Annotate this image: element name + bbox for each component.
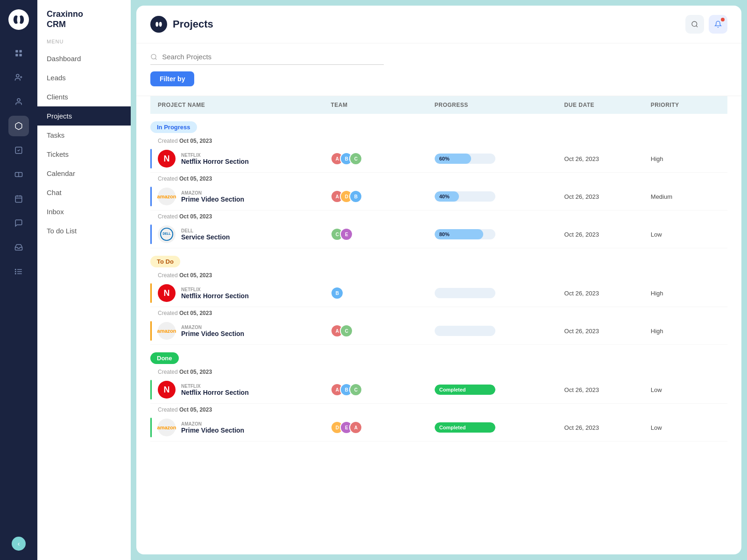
sidebar: ‹ [0, 0, 37, 560]
crm-title: Craxinno CRM [37, 9, 131, 39]
project-name: Netflix Horror Section [181, 389, 249, 396]
nav-item-tasks[interactable]: Tasks [37, 126, 131, 145]
nav-label-leads: Leads [47, 74, 66, 82]
user-icon[interactable] [8, 91, 29, 112]
main-content: Projects Filter by PROJECT NAME TEAM PRO… [136, 6, 741, 554]
list-icon[interactable] [8, 261, 29, 282]
section-badge-inprogress: In Progress [150, 121, 197, 133]
svg-point-21 [15, 271, 16, 272]
add-user-icon[interactable] [8, 67, 29, 88]
section-inprogress: In Progress Created Oct 05, 2023 N NETFL… [150, 114, 727, 248]
nav-item-calendar[interactable]: Calendar [37, 164, 131, 183]
ticket-icon[interactable] [8, 164, 29, 185]
app-logo[interactable] [8, 9, 29, 30]
priority: Low [651, 231, 720, 238]
page-title: Projects [173, 18, 213, 30]
nav-item-clients[interactable]: Clients [37, 87, 131, 106]
box-icon[interactable] [8, 116, 29, 136]
table-row[interactable]: N NETFLIX Netflix Horror Section A B C C… [150, 376, 727, 404]
section-done: Done Created Oct 05, 2023 N NETFLIX Netf… [150, 345, 727, 441]
nav-item-inbox[interactable]: Inbox [37, 202, 131, 221]
search-input[interactable] [162, 53, 384, 61]
nav-label-tickets: Tickets [47, 150, 69, 158]
nav-label-calendar: Calendar [47, 169, 75, 177]
svg-point-27 [151, 54, 156, 59]
notification-button[interactable] [709, 15, 727, 34]
table-row[interactable]: N NETFLIX Netflix Horror Section A B C 6… [150, 145, 727, 173]
grid-icon[interactable] [8, 43, 29, 63]
table-row[interactable]: DELL DELL Service Section C E 80% Oct 26… [150, 221, 727, 248]
progress-fill: 60% [435, 154, 471, 164]
team-avatars: A D B [331, 190, 434, 203]
created-label: Created Oct 05, 2023 [150, 366, 727, 376]
avatar: C [349, 383, 362, 396]
table-row[interactable]: amazon AMAZON Prime Video Section D E A … [150, 414, 727, 441]
progress-bar: Completed [435, 385, 495, 395]
table-row[interactable]: amazon AMAZON Prime Video Section A D B … [150, 183, 727, 210]
svg-rect-3 [15, 50, 18, 52]
svg-line-26 [696, 26, 698, 27]
company-name: AMAZON [181, 421, 244, 427]
created-label: Created Oct 05, 2023 [150, 307, 727, 317]
team-avatars: A B C [331, 383, 434, 396]
progress-fill [435, 288, 439, 298]
company-logo-netflix: N [158, 381, 176, 399]
nav-item-leads[interactable]: Leads [37, 68, 131, 87]
section-todo: To Do Created Oct 05, 2023 N NETFLIX Net… [150, 248, 727, 345]
nav-item-todolist[interactable]: To do List [37, 221, 131, 240]
project-name: Service Section [181, 233, 230, 241]
svg-point-20 [15, 269, 16, 270]
created-label: Created Oct 05, 2023 [150, 135, 727, 145]
notification-badge [721, 18, 725, 21]
company-name: NETFLIX [181, 153, 249, 158]
table-row[interactable]: amazon AMAZON Prime Video Section A C Oc… [150, 317, 727, 345]
svg-rect-6 [20, 54, 22, 56]
search-icon [150, 53, 157, 61]
created-label: Created Oct 05, 2023 [150, 210, 727, 221]
team-avatars: C E [331, 228, 434, 241]
progress-bar [435, 288, 495, 298]
project-name-cell: DELL DELL Service Section [158, 225, 331, 243]
table-header: PROJECT NAME TEAM PROGRESS DUE DATE PRIO… [150, 96, 727, 114]
svg-rect-13 [15, 196, 22, 203]
svg-rect-5 [15, 54, 18, 56]
nav-panel: Craxinno CRM Menu Dashboard Leads Client… [37, 0, 131, 560]
search-filter-section: Filter by [136, 43, 741, 96]
progress-bar: 80% [435, 229, 495, 239]
calendar-icon[interactable] [8, 189, 29, 209]
nav-item-chat[interactable]: Chat [37, 183, 131, 202]
svg-point-25 [692, 21, 697, 27]
nav-item-projects[interactable]: Projects [37, 106, 131, 126]
nav-label-inbox: Inbox [47, 208, 64, 216]
progress-fill: 40% [435, 191, 459, 202]
due-date: Oct 26, 2023 [564, 424, 651, 431]
created-label: Created Oct 05, 2023 [150, 173, 727, 183]
progress-fill: 80% [435, 229, 483, 239]
task-icon[interactable] [8, 140, 29, 161]
sidebar-collapse-button[interactable]: ‹ [12, 537, 26, 551]
due-date: Oct 26, 2023 [564, 231, 651, 238]
table-row[interactable]: N NETFLIX Netflix Horror Section B Oct 2… [150, 280, 727, 307]
project-name: Prime Video Section [181, 427, 244, 434]
nav-item-dashboard[interactable]: Dashboard [37, 49, 131, 68]
team-avatars: A B C [331, 152, 434, 165]
project-name-cell: N NETFLIX Netflix Horror Section [158, 381, 331, 399]
nav-item-tickets[interactable]: Tickets [37, 145, 131, 164]
svg-text:DELL: DELL [162, 232, 170, 235]
company-logo-netflix: N [158, 150, 176, 168]
nav-label-chat: Chat [47, 189, 62, 196]
nav-label-tasks: Tasks [47, 131, 64, 139]
chat-icon[interactable] [8, 213, 29, 233]
project-name: Prime Video Section [181, 196, 244, 203]
avatar: C [340, 324, 353, 337]
nav-label-projects: Projects [47, 112, 72, 120]
company-name: DELL [181, 228, 230, 233]
project-name-cell: amazon AMAZON Prime Video Section [158, 188, 331, 205]
inbox-icon[interactable] [8, 237, 29, 258]
svg-point-7 [16, 74, 19, 77]
progress-bar [435, 326, 495, 336]
filter-button[interactable]: Filter by [150, 71, 194, 86]
due-date: Oct 26, 2023 [564, 290, 651, 297]
due-date: Oct 26, 2023 [564, 328, 651, 335]
search-button[interactable] [685, 15, 704, 34]
